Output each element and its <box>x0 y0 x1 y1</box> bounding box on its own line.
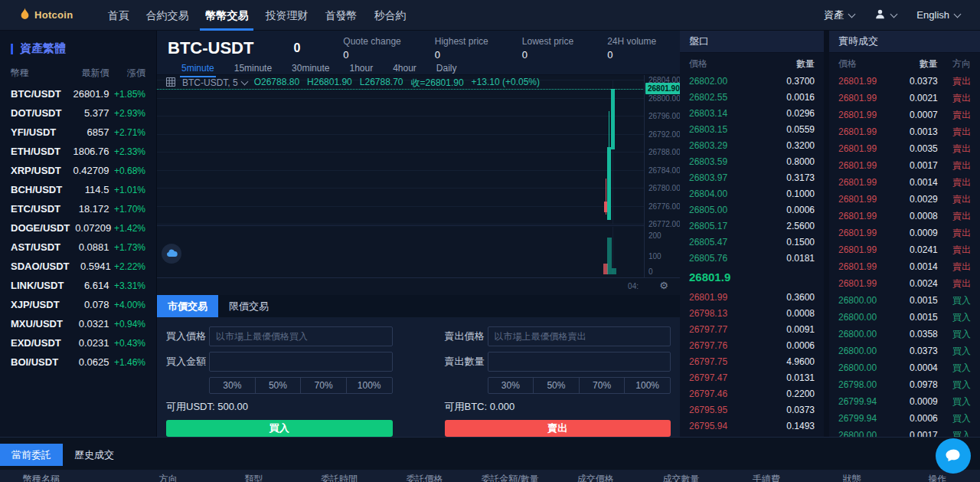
chat-button[interactable] <box>936 438 971 474</box>
market-pair-row[interactable]: AST/USDT0.0881+1.73% <box>0 238 156 257</box>
trade-tab-1[interactable]: 市價交易 <box>157 295 218 317</box>
market-header: BTC-USDT 0 Quote change0Highest price0Lo… <box>157 31 680 75</box>
orders-tab-2[interactable]: 歷史成交 <box>63 444 126 466</box>
sell-price-label: 賣出價格 <box>445 330 488 343</box>
orderbook-ask-row[interactable]: 26803.150.0559 <box>680 121 824 137</box>
grid-icon[interactable] <box>166 77 175 89</box>
ask-price: 26802.55 <box>689 92 752 103</box>
sell-price-input[interactable] <box>488 326 671 346</box>
trade-row: 26801.990.0007賣出 <box>829 107 980 123</box>
orderbook-ask-row[interactable]: 26803.970.3173 <box>680 169 824 185</box>
market-pair-row[interactable]: XJP/USDT0.078+4.00% <box>0 295 156 314</box>
trade-qty: 0.0004 <box>892 362 937 373</box>
buy-amount-input[interactable] <box>209 352 393 372</box>
market-pair-row[interactable]: ETH/USDT1806.76+2.33% <box>0 142 156 161</box>
orderbook-ask-row[interactable]: 26803.140.0296 <box>680 105 824 121</box>
bid-price: 26797.75 <box>689 356 752 367</box>
brand-logo[interactable]: Hotcoin <box>20 8 73 23</box>
market-pair-row[interactable]: BCH/USDT114.5+1.01% <box>0 180 156 199</box>
orderbook-bid-row[interactable]: 26797.770.0091 <box>680 321 824 337</box>
market-pair-row[interactable]: DOGE/USDT0.07209+1.42% <box>0 218 156 238</box>
pair-name: DOGE/USDT <box>11 222 70 234</box>
orderbook-ask-row[interactable]: 26803.290.3200 <box>680 137 824 153</box>
price-axis: 26804.0026800.0026796.0026792.0026788.00… <box>644 75 680 277</box>
nav-item-2[interactable]: 合約交易 <box>137 0 197 31</box>
orderbook-bid-row[interactable]: 26798.130.0008 <box>680 305 824 321</box>
buy-percent-50%[interactable]: 50% <box>256 378 302 393</box>
market-pair-row[interactable]: XRP/USDT0.42709+0.68% <box>0 161 156 180</box>
pair-name: LINK/USDT <box>11 280 65 291</box>
orderbook-panel: 盤口 價格數量 26802.000.370026802.550.00162680… <box>680 31 824 437</box>
orderbook-ask-row[interactable]: 26805.760.0181 <box>680 250 824 266</box>
sell-percent-30%[interactable]: 30% <box>488 378 534 393</box>
user-menu[interactable] <box>874 8 897 22</box>
orderbook-bid-row[interactable]: 26797.460.2200 <box>680 385 824 402</box>
market-pair-row[interactable]: MXU/USDT0.0321+0.94% <box>0 314 156 333</box>
trade-qty: 0.0017 <box>892 160 937 171</box>
sell-percent-100%[interactable]: 100% <box>625 378 670 393</box>
orderbook-bid-row[interactable]: 26797.754.9600 <box>680 353 824 369</box>
orderbook-ask-row[interactable]: 26803.590.8000 <box>680 153 824 169</box>
market-pair-row[interactable]: BOI/USDT0.0625+1.46% <box>0 352 156 372</box>
orderbook-ask-row[interactable]: 26805.172.5600 <box>680 218 824 234</box>
stat-value: 0 <box>343 49 400 61</box>
ask-price: 26803.14 <box>689 108 752 119</box>
volume-pane <box>157 227 645 274</box>
orderbook-ask-row[interactable]: 26805.470.1500 <box>680 234 824 250</box>
trade-tab-2[interactable]: 限價交易 <box>218 295 279 317</box>
chart-symbol-selector[interactable]: BTC-USDT, 5 <box>182 77 247 88</box>
sell-percent-70%[interactable]: 70% <box>580 378 626 393</box>
nav-item-6[interactable]: 秒合約 <box>365 0 414 31</box>
market-pair-row[interactable]: YFI/USDT6857+2.71% <box>0 123 156 142</box>
language-menu[interactable]: English <box>916 9 960 21</box>
buy-button[interactable]: 買入 <box>166 420 393 437</box>
orders-tab-1[interactable]: 當前委託 <box>0 444 63 466</box>
sell-amount-input[interactable] <box>488 352 671 372</box>
gridline <box>157 116 645 116</box>
nav-item-3[interactable]: 幣幣交易 <box>197 0 256 31</box>
orderbook-bid-row[interactable]: 26797.760.0006 <box>680 337 824 353</box>
assets-menu[interactable]: 資產 <box>824 8 854 22</box>
ask-price: 26803.15 <box>689 124 752 135</box>
buy-percent-70%[interactable]: 70% <box>301 378 347 393</box>
orderbook-ask-row[interactable]: 26802.000.3700 <box>680 73 824 89</box>
orderbook-bid-row[interactable]: 26795.940.1493 <box>680 418 824 434</box>
nav-item-1[interactable]: 首頁 <box>99 0 137 31</box>
buy-price-input[interactable] <box>209 326 393 346</box>
buy-percent-30%[interactable]: 30% <box>210 378 256 393</box>
ask-qty: 0.1500 <box>752 237 815 248</box>
trade-price: 26801.99 <box>838 278 892 289</box>
market-pair-row[interactable]: EXD/USDT0.0231+0.43% <box>0 333 156 352</box>
nav-item-4[interactable]: 投资理财 <box>256 0 316 31</box>
market-pair-row[interactable]: BTC/USDT26801.9+1.85% <box>0 84 156 103</box>
trades-title: 實時成交 <box>829 31 980 53</box>
chevron-down-icon <box>240 78 248 86</box>
orderbook-ask-row[interactable]: 26805.000.0006 <box>680 202 824 218</box>
market-pair-row[interactable]: SDAO/USDT0.5941+2.22% <box>0 257 156 276</box>
orders-col-header: 操作 <box>894 473 980 482</box>
sell-amount-label: 賣出數量 <box>445 355 488 369</box>
sell-percent-50%[interactable]: 50% <box>534 378 580 393</box>
gear-icon[interactable]: ⚙ <box>659 280 668 291</box>
buy-form: 買入價格 買入金額 30%50%70%100% 可用USDT: 500.00 買… <box>166 326 393 437</box>
ask-price: 26803.97 <box>689 172 752 183</box>
orderbook-ask-row[interactable]: 26804.000.1000 <box>680 185 824 202</box>
market-pair-row[interactable]: ETC/USDT18.172+1.70% <box>0 199 156 218</box>
trade-side: 賣出 <box>938 193 971 206</box>
orderbook-ask-row[interactable]: 26802.550.0016 <box>680 89 824 105</box>
pair-name: ETH/USDT <box>11 146 65 157</box>
buy-percent-100%[interactable]: 100% <box>347 378 392 393</box>
trade-row: 26800.000.0373買入 <box>829 343 980 359</box>
market-pair-row[interactable]: LINK/USDT6.614+3.31% <box>0 276 156 295</box>
trade-side: 買入 <box>938 311 971 324</box>
trade-row: 26800.000.0004買入 <box>829 359 980 376</box>
nav-item-5[interactable]: 首發幣 <box>316 0 365 31</box>
orderbook-bid-row[interactable]: 26795.950.0373 <box>680 402 824 418</box>
market-pair-row[interactable]: DOT/USDT5.377+2.93% <box>0 103 156 123</box>
orderbook-bid-row[interactable]: 26797.470.0131 <box>680 369 824 385</box>
trade-side: 買入 <box>938 379 971 392</box>
trade-row: 26799.940.0006買入 <box>829 410 980 427</box>
trade-side: 賣出 <box>938 277 971 290</box>
sell-button[interactable]: 賣出 <box>445 420 671 437</box>
orderbook-bid-row[interactable]: 26801.990.3600 <box>680 289 824 305</box>
